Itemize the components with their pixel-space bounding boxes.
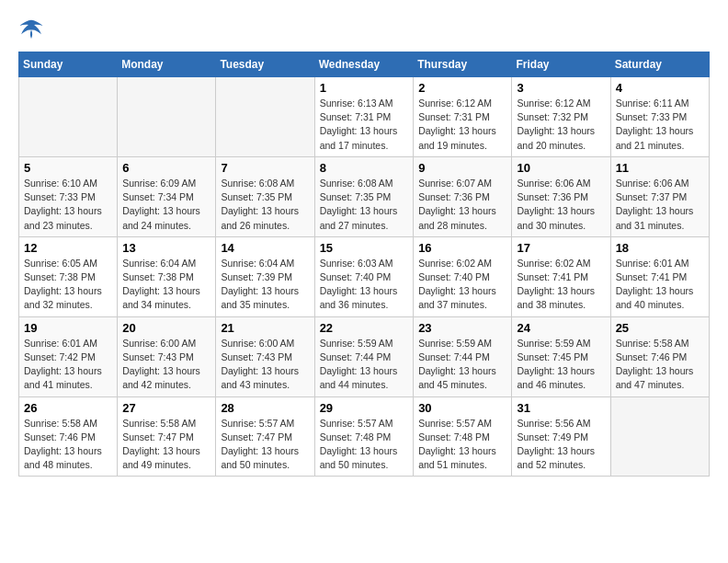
calendar-cell: 22Sunrise: 5:59 AMSunset: 7:44 PMDayligh… — [314, 316, 414, 396]
day-number: 12 — [24, 241, 112, 255]
calendar-header: SundayMondayTuesdayWednesdayThursdayFrid… — [19, 52, 710, 77]
day-number: 11 — [616, 161, 704, 175]
day-number: 14 — [221, 241, 309, 255]
calendar-cell — [610, 396, 709, 477]
day-number: 9 — [418, 161, 506, 175]
day-info: Sunrise: 6:08 AMSunset: 7:35 PMDaylight:… — [320, 177, 409, 233]
calendar-cell: 3Sunrise: 6:12 AMSunset: 7:32 PMDaylight… — [512, 77, 610, 157]
day-number: 7 — [221, 161, 309, 175]
day-info: Sunrise: 6:12 AMSunset: 7:31 PMDaylight:… — [418, 97, 506, 153]
weekday-header: Tuesday — [216, 52, 314, 77]
calendar-week-row: 26Sunrise: 5:58 AMSunset: 7:46 PMDayligh… — [19, 396, 710, 477]
day-info: Sunrise: 5:59 AMSunset: 7:44 PMDaylight:… — [320, 337, 409, 393]
day-number: 22 — [320, 321, 409, 335]
calendar-cell: 21Sunrise: 6:00 AMSunset: 7:43 PMDayligh… — [216, 316, 314, 396]
day-number: 1 — [320, 81, 409, 95]
day-info: Sunrise: 6:06 AMSunset: 7:37 PMDaylight:… — [616, 177, 704, 233]
calendar-cell: 29Sunrise: 5:57 AMSunset: 7:48 PMDayligh… — [314, 396, 414, 477]
calendar-cell: 28Sunrise: 5:57 AMSunset: 7:47 PMDayligh… — [216, 396, 314, 477]
day-number: 3 — [517, 81, 605, 95]
day-info: Sunrise: 5:57 AMSunset: 7:48 PMDaylight:… — [418, 417, 506, 473]
calendar-week-row: 5Sunrise: 6:10 AMSunset: 7:33 PMDaylight… — [19, 156, 710, 236]
calendar-cell: 7Sunrise: 6:08 AMSunset: 7:35 PMDaylight… — [216, 156, 314, 236]
calendar-cell: 11Sunrise: 6:06 AMSunset: 7:37 PMDayligh… — [610, 156, 709, 236]
day-info: Sunrise: 6:11 AMSunset: 7:33 PMDaylight:… — [616, 97, 704, 153]
day-number: 2 — [418, 81, 506, 95]
calendar-cell: 9Sunrise: 6:07 AMSunset: 7:36 PMDaylight… — [414, 156, 512, 236]
calendar-cell: 6Sunrise: 6:09 AMSunset: 7:34 PMDaylight… — [118, 156, 216, 236]
day-info: Sunrise: 6:09 AMSunset: 7:34 PMDaylight:… — [122, 177, 210, 233]
calendar-cell — [19, 77, 118, 157]
day-number: 8 — [320, 161, 409, 175]
day-number: 25 — [616, 321, 704, 335]
weekday-header: Saturday — [610, 52, 709, 77]
day-number: 26 — [24, 401, 112, 415]
calendar-cell: 16Sunrise: 6:02 AMSunset: 7:40 PMDayligh… — [414, 236, 512, 316]
calendar-cell: 26Sunrise: 5:58 AMSunset: 7:46 PMDayligh… — [19, 396, 118, 477]
day-number: 20 — [122, 321, 210, 335]
calendar-cell: 23Sunrise: 5:59 AMSunset: 7:44 PMDayligh… — [414, 316, 512, 396]
calendar-cell: 17Sunrise: 6:02 AMSunset: 7:41 PMDayligh… — [512, 236, 610, 316]
calendar-cell: 2Sunrise: 6:12 AMSunset: 7:31 PMDaylight… — [414, 77, 512, 157]
day-info: Sunrise: 5:59 AMSunset: 7:45 PMDaylight:… — [517, 337, 605, 393]
weekday-header: Wednesday — [314, 52, 414, 77]
calendar-cell: 20Sunrise: 6:00 AMSunset: 7:43 PMDayligh… — [118, 316, 216, 396]
calendar-week-row: 19Sunrise: 6:01 AMSunset: 7:42 PMDayligh… — [19, 316, 710, 396]
calendar-week-row: 1Sunrise: 6:13 AMSunset: 7:31 PMDaylight… — [19, 77, 710, 157]
day-info: Sunrise: 6:01 AMSunset: 7:41 PMDaylight:… — [616, 257, 704, 313]
calendar-cell: 8Sunrise: 6:08 AMSunset: 7:35 PMDaylight… — [314, 156, 414, 236]
day-info: Sunrise: 5:58 AMSunset: 7:47 PMDaylight:… — [122, 417, 210, 473]
weekday-header: Monday — [118, 52, 216, 77]
day-number: 19 — [24, 321, 112, 335]
calendar-cell: 5Sunrise: 6:10 AMSunset: 7:33 PMDaylight… — [19, 156, 118, 236]
calendar-week-row: 12Sunrise: 6:05 AMSunset: 7:38 PMDayligh… — [19, 236, 710, 316]
day-number: 27 — [122, 401, 210, 415]
calendar-cell: 24Sunrise: 5:59 AMSunset: 7:45 PMDayligh… — [512, 316, 610, 396]
calendar-cell: 18Sunrise: 6:01 AMSunset: 7:41 PMDayligh… — [610, 236, 709, 316]
logo — [18, 18, 48, 42]
calendar-cell — [216, 77, 314, 157]
calendar-cell: 1Sunrise: 6:13 AMSunset: 7:31 PMDaylight… — [314, 77, 414, 157]
day-number: 24 — [517, 321, 605, 335]
day-info: Sunrise: 6:00 AMSunset: 7:43 PMDaylight:… — [122, 337, 210, 393]
calendar-cell: 25Sunrise: 5:58 AMSunset: 7:46 PMDayligh… — [610, 316, 709, 396]
calendar-cell: 27Sunrise: 5:58 AMSunset: 7:47 PMDayligh… — [118, 396, 216, 477]
day-info: Sunrise: 6:03 AMSunset: 7:40 PMDaylight:… — [320, 257, 409, 313]
day-info: Sunrise: 5:58 AMSunset: 7:46 PMDaylight:… — [24, 417, 112, 473]
day-info: Sunrise: 5:57 AMSunset: 7:47 PMDaylight:… — [221, 417, 309, 473]
calendar-cell: 13Sunrise: 6:04 AMSunset: 7:38 PMDayligh… — [118, 236, 216, 316]
calendar-cell: 12Sunrise: 6:05 AMSunset: 7:38 PMDayligh… — [19, 236, 118, 316]
day-number: 5 — [24, 161, 112, 175]
day-number: 6 — [122, 161, 210, 175]
day-info: Sunrise: 6:12 AMSunset: 7:32 PMDaylight:… — [517, 97, 605, 153]
day-info: Sunrise: 6:00 AMSunset: 7:43 PMDaylight:… — [221, 337, 309, 393]
day-number: 30 — [418, 401, 506, 415]
day-info: Sunrise: 6:01 AMSunset: 7:42 PMDaylight:… — [24, 337, 112, 393]
calendar-cell: 10Sunrise: 6:06 AMSunset: 7:36 PMDayligh… — [512, 156, 610, 236]
calendar-cell: 15Sunrise: 6:03 AMSunset: 7:40 PMDayligh… — [314, 236, 414, 316]
day-number: 4 — [616, 81, 704, 95]
day-number: 15 — [320, 241, 409, 255]
day-info: Sunrise: 6:04 AMSunset: 7:38 PMDaylight:… — [122, 257, 210, 313]
calendar-table: SundayMondayTuesdayWednesdayThursdayFrid… — [18, 52, 710, 477]
day-number: 29 — [320, 401, 409, 415]
day-info: Sunrise: 6:02 AMSunset: 7:41 PMDaylight:… — [517, 257, 605, 313]
calendar-cell: 19Sunrise: 6:01 AMSunset: 7:42 PMDayligh… — [19, 316, 118, 396]
calendar-cell: 31Sunrise: 5:56 AMSunset: 7:49 PMDayligh… — [512, 396, 610, 477]
calendar-cell: 30Sunrise: 5:57 AMSunset: 7:48 PMDayligh… — [414, 396, 512, 477]
calendar-cell — [118, 77, 216, 157]
calendar-cell: 4Sunrise: 6:11 AMSunset: 7:33 PMDaylight… — [610, 77, 709, 157]
day-number: 18 — [616, 241, 704, 255]
calendar-cell: 14Sunrise: 6:04 AMSunset: 7:39 PMDayligh… — [216, 236, 314, 316]
weekday-header: Sunday — [19, 52, 118, 77]
day-info: Sunrise: 6:08 AMSunset: 7:35 PMDaylight:… — [221, 177, 309, 233]
day-number: 23 — [418, 321, 506, 335]
day-info: Sunrise: 5:59 AMSunset: 7:44 PMDaylight:… — [418, 337, 506, 393]
day-info: Sunrise: 6:13 AMSunset: 7:31 PMDaylight:… — [320, 97, 409, 153]
day-number: 17 — [517, 241, 605, 255]
day-info: Sunrise: 6:07 AMSunset: 7:36 PMDaylight:… — [418, 177, 506, 233]
header — [18, 18, 710, 42]
day-info: Sunrise: 6:05 AMSunset: 7:38 PMDaylight:… — [24, 257, 112, 313]
day-number: 16 — [418, 241, 506, 255]
day-info: Sunrise: 5:57 AMSunset: 7:48 PMDaylight:… — [320, 417, 409, 473]
